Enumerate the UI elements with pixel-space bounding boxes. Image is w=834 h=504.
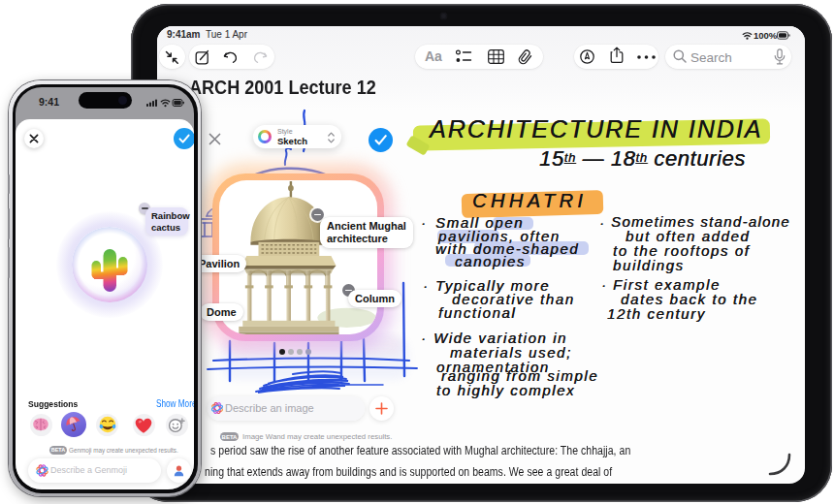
svg-text:100%: 100%: [754, 30, 778, 41]
